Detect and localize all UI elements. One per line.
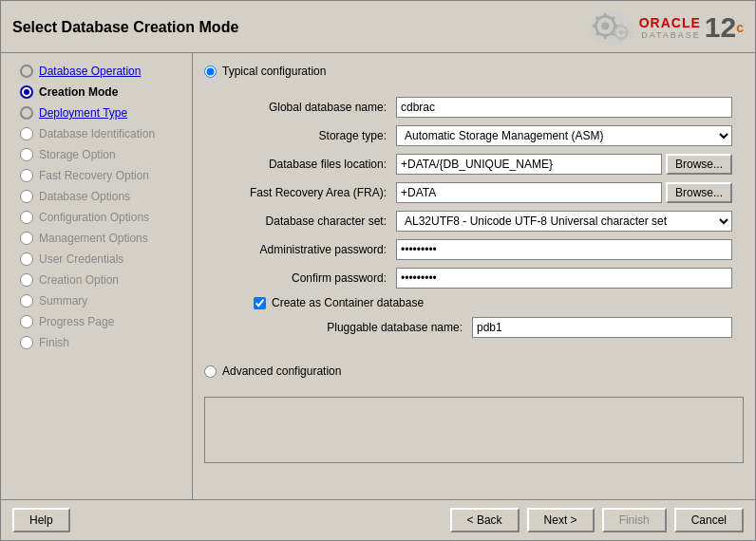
sidebar-bullet-config: [20, 211, 33, 224]
sidebar-item-user-credentials: User Credentials: [1, 249, 192, 270]
header: Select Database Creation Mode: [1, 1, 755, 53]
typical-config-option[interactable]: Typical configuration: [204, 65, 744, 78]
footer-left: Help: [12, 508, 70, 532]
typical-label[interactable]: Typical configuration: [222, 65, 326, 78]
main-content: Database Operation Creation Mode Deploym…: [1, 53, 755, 499]
oracle-logo: ORACLE DATABASE 12c: [588, 9, 744, 47]
next-button[interactable]: Next >: [527, 508, 595, 532]
sidebar-item-summary: Summary: [1, 290, 192, 311]
advanced-config-option[interactable]: Advanced configuration: [204, 364, 744, 378]
sidebar-item-creation-option: Creation Option: [1, 270, 192, 290]
form-section: Global database name: Storage type: Auto…: [204, 89, 744, 353]
cancel-button[interactable]: Cancel: [674, 508, 744, 532]
storage-type-select[interactable]: Automatic Storage Management (ASM) File …: [396, 125, 732, 146]
sidebar-bullet-summary: [20, 294, 33, 308]
advanced-label[interactable]: Advanced configuration: [222, 364, 341, 378]
sidebar-item-creation-mode[interactable]: Creation Mode: [1, 82, 192, 103]
database-text: DATABASE: [641, 30, 701, 40]
svg-rect-16: [624, 31, 627, 34]
pluggable-db-row: Pluggable database name:: [216, 317, 732, 338]
sidebar-bullet-user-cred: [20, 252, 33, 266]
confirm-password-row: Confirm password:: [216, 268, 732, 289]
help-button[interactable]: Help: [12, 508, 70, 532]
browse-files-button[interactable]: Browse...: [666, 154, 732, 175]
sidebar-item-fast-recovery-option: Fast Recovery Option: [1, 165, 192, 186]
admin-password-input[interactable]: [396, 239, 732, 260]
global-db-name-input[interactable]: [396, 97, 732, 118]
sidebar-bullet-mgmt: [20, 232, 33, 245]
sidebar: Database Operation Creation Mode Deploym…: [1, 53, 193, 499]
sidebar-bullet-finish: [20, 336, 33, 349]
db-charset-select[interactable]: AL32UTF8 - Unicode UTF-8 Universal chara…: [396, 211, 732, 232]
sidebar-bullet-database-operation: [20, 65, 33, 78]
global-db-name-row: Global database name:: [216, 97, 732, 118]
sidebar-bullet-deployment-type: [20, 106, 33, 120]
sidebar-item-deployment-type[interactable]: Deployment Type: [1, 103, 192, 123]
db-files-location-field: Browse...: [396, 154, 732, 175]
main-window: Select Database Creation Mode: [0, 0, 756, 541]
container-db-checkbox[interactable]: [254, 297, 266, 309]
sidebar-item-finish: Finish: [1, 332, 192, 353]
global-db-name-label: Global database name:: [216, 101, 396, 114]
footer: Help < Back Next > Finish Cancel: [1, 499, 755, 540]
sidebar-item-configuration-options: Configuration Options: [1, 207, 192, 228]
typical-radio[interactable]: [204, 65, 217, 78]
svg-rect-4: [603, 35, 606, 39]
advanced-radio[interactable]: [204, 365, 217, 378]
version-number: 12c: [705, 13, 744, 42]
fra-row: Fast Recovery Area (FRA): Browse...: [216, 182, 732, 203]
db-charset-row: Database character set: AL32UTF8 - Unico…: [216, 211, 732, 232]
sidebar-item-progress-page: Progress Page: [1, 311, 192, 332]
sidebar-bullet-fra: [20, 169, 33, 182]
storage-type-row: Storage type: Automatic Storage Manageme…: [216, 125, 732, 146]
db-files-location-input[interactable]: [396, 154, 662, 175]
sidebar-item-storage-option: Storage Option: [1, 144, 192, 165]
pluggable-db-label: Pluggable database name:: [254, 321, 472, 334]
db-files-location-label: Database files location:: [216, 158, 396, 171]
svg-point-12: [618, 30, 623, 35]
sidebar-item-database-operation[interactable]: Database Operation: [1, 61, 192, 82]
confirm-password-label: Confirm password:: [216, 271, 396, 285]
admin-password-row: Administrative password:: [216, 239, 732, 260]
db-files-location-row: Database files location: Browse...: [216, 154, 732, 175]
sidebar-bullet-storage: [20, 148, 33, 161]
sidebar-bullet-creation-mode: [20, 85, 33, 99]
sidebar-item-database-identification: Database Identification: [1, 123, 192, 144]
container-db-row: Create as Container database: [254, 296, 732, 309]
right-panel: Typical configuration Global database na…: [193, 53, 755, 499]
admin-password-label: Administrative password:: [216, 243, 396, 256]
svg-rect-15: [613, 31, 615, 34]
sidebar-item-database-options: Database Options: [1, 186, 192, 207]
svg-rect-13: [619, 24, 622, 27]
oracle-text: ORACLE: [639, 15, 701, 30]
storage-type-label: Storage type:: [216, 129, 396, 142]
svg-point-2: [601, 22, 609, 29]
svg-rect-5: [593, 25, 596, 28]
db-charset-label: Database character set:: [216, 215, 396, 228]
fra-input[interactable]: [396, 182, 662, 203]
info-box: [204, 397, 744, 463]
sidebar-bullet-db-options: [20, 190, 33, 203]
oracle-logo-text: ORACLE DATABASE: [639, 15, 701, 40]
sidebar-bullet-creation-opt: [20, 273, 33, 287]
sidebar-item-management-options: Management Options: [1, 228, 192, 249]
finish-button[interactable]: Finish: [602, 508, 667, 532]
fra-label: Fast Recovery Area (FRA):: [216, 186, 396, 199]
fra-field: Browse...: [396, 182, 732, 203]
sidebar-bullet-db-id: [20, 127, 33, 140]
sidebar-bullet-progress: [20, 315, 33, 328]
footer-right: < Back Next > Finish Cancel: [450, 508, 744, 532]
container-db-label[interactable]: Create as Container database: [272, 296, 424, 309]
pluggable-db-input[interactable]: [472, 317, 732, 338]
svg-rect-14: [619, 38, 622, 41]
confirm-password-input[interactable]: [396, 268, 732, 289]
svg-rect-3: [603, 13, 606, 17]
back-button[interactable]: < Back: [450, 508, 520, 532]
page-title: Select Database Creation Mode: [12, 19, 238, 36]
gear-icon: [588, 9, 635, 47]
browse-fra-button[interactable]: Browse...: [666, 182, 732, 203]
